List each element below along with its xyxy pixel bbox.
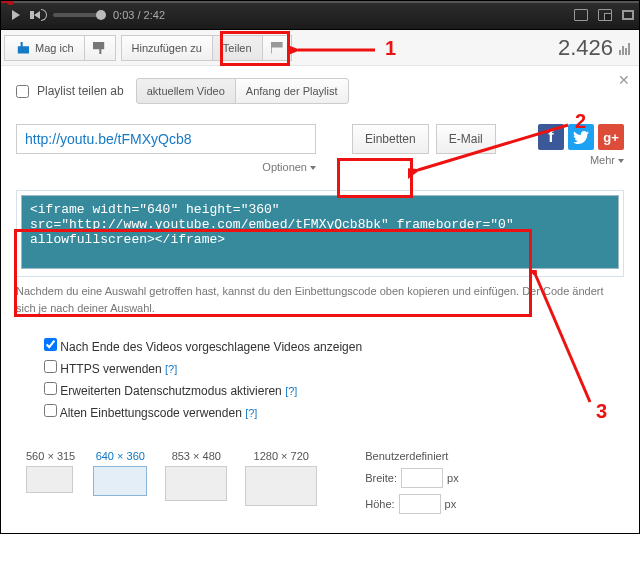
volume-slider[interactable] [53,13,103,17]
help-link[interactable]: [?] [285,385,297,397]
theater-icon[interactable] [598,9,612,21]
share-panel: ✕ Playlist teilen ab aktuellem Video Anf… [0,66,640,534]
thumb-up-icon [15,42,29,54]
stats-icon[interactable] [619,41,630,55]
fullscreen-icon[interactable] [622,10,634,20]
size-640[interactable]: 640 × 360 [93,450,147,496]
custom-height-input[interactable] [399,494,441,514]
size-icon[interactable] [574,9,588,21]
opt-old-code[interactable] [44,404,57,417]
video-player-controls: 0:03 / 2:42 [0,0,640,30]
size-560[interactable]: 560 × 315 [26,450,75,493]
share-url-input[interactable] [16,124,316,154]
opt-https[interactable] [44,360,57,373]
thumb-down-icon [93,42,107,54]
chevron-down-icon [310,166,316,170]
dislike-button[interactable] [84,35,116,61]
time-display: 0:03 / 2:42 [113,9,165,21]
playlist-share-checkbox[interactable] [16,85,29,98]
close-icon[interactable]: ✕ [618,72,630,88]
facebook-icon[interactable]: f [538,124,564,150]
like-button[interactable]: Mag ich [4,35,85,61]
tab-playlist-begin[interactable]: Anfang der Playlist [235,78,349,104]
size-custom: Benutzerdefiniert Breite:px Höhe:px [365,450,458,514]
flag-button[interactable] [262,35,292,61]
custom-width-input[interactable] [401,468,443,488]
view-count: 2.426 [558,35,636,61]
chevron-down-icon [618,159,624,163]
play-icon[interactable] [12,10,20,20]
opt-privacy[interactable] [44,382,57,395]
opt-suggested-videos[interactable] [44,338,57,351]
volume-icon[interactable] [30,9,47,21]
email-button[interactable]: E-Mail [436,124,496,154]
embed-button[interactable]: Einbetten [352,124,429,154]
help-link[interactable]: [?] [165,363,177,375]
progress-bar[interactable] [0,0,640,3]
share-button[interactable]: Teilen [212,35,263,61]
more-link[interactable]: Mehr [538,154,624,166]
help-link[interactable]: [?] [245,407,257,419]
flag-icon [271,42,283,54]
size-853[interactable]: 853 × 480 [165,450,227,501]
twitter-icon[interactable] [568,124,594,150]
embed-hint: Nachdem du eine Auswahl getroffen hast, … [16,283,624,316]
size-1280[interactable]: 1280 × 720 [245,450,317,506]
action-bar: Mag ich Hinzufügen zu Teilen 2.426 [0,30,640,66]
google-plus-icon[interactable]: g+ [598,124,624,150]
tab-current-video[interactable]: aktuellem Video [136,78,236,104]
playlist-share-label: Playlist teilen ab [37,84,124,98]
embed-code-textarea[interactable]: <iframe width="640" height="360" src="ht… [21,195,619,269]
options-link[interactable]: Optionen [262,161,316,173]
embed-options: Nach Ende des Videos vorgeschlagene Vide… [44,336,624,424]
size-presets: 560 × 315 640 × 360 853 × 480 1280 × 720… [26,450,624,514]
add-to-button[interactable]: Hinzufügen zu [121,35,213,61]
